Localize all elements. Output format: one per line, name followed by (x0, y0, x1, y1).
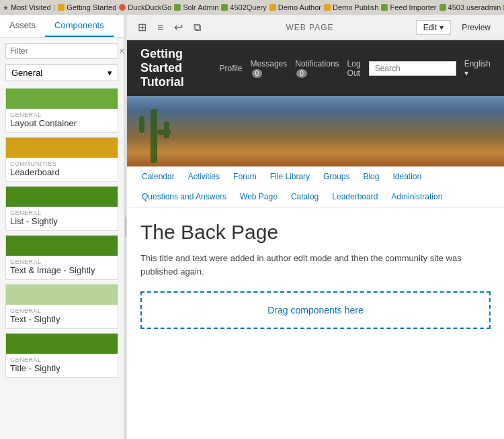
browser-tab-most-visited[interactable]: ★ Most Visited (3, 3, 51, 11)
sidebar-search-box: × (5, 43, 118, 59)
nav-profile[interactable]: Profile (220, 64, 243, 73)
component-item-leaderboard[interactable]: COMMUNITIES Leaderboard (5, 137, 118, 182)
browser-tab-solr[interactable]: Solr Admin (174, 3, 218, 11)
hero-image (127, 96, 504, 166)
hero-cactus-svg (127, 96, 181, 163)
svg-rect-2 (139, 116, 144, 133)
browser-tab-demo-publish[interactable]: Demo Publish (324, 3, 378, 11)
site-nav-right: Profile Messages 0 Notifications 0 Log O… (220, 59, 491, 78)
nav-calendar[interactable]: Calendar (135, 166, 181, 187)
tab-assets[interactable]: Assets (0, 15, 45, 37)
grid-icon[interactable]: ⊞ (135, 19, 149, 35)
edit-button[interactable]: Edit ▾ (416, 20, 452, 35)
sidebar-resize-handle[interactable] (124, 15, 127, 439)
component-category: COMMUNITIES (10, 160, 114, 167)
browser-tab-4503-user[interactable]: 4503 useradmin (439, 3, 501, 11)
nav-groups[interactable]: Groups (317, 166, 356, 187)
preview-button[interactable]: Preview (456, 21, 496, 34)
component-color-bar (6, 334, 118, 354)
page-description: This title and text were added in author… (140, 252, 491, 278)
component-color-bar (6, 89, 118, 109)
undo-icon[interactable]: ↩ (171, 19, 185, 35)
copy-icon[interactable]: ⧉ (191, 20, 204, 35)
chevron-down-icon: ▾ (464, 68, 468, 78)
nav-leaderboard[interactable]: Leaderboard (325, 187, 384, 207)
component-category: GENERAL (10, 111, 114, 118)
browser-tab-duckduckgo[interactable]: DuckDuckGo (119, 3, 171, 11)
nav-catalog[interactable]: Catalog (284, 187, 325, 207)
settings-icon[interactable]: ≡ (155, 20, 166, 35)
component-color-bar (6, 236, 118, 256)
sidebar-tabs: Assets Components (0, 15, 124, 38)
edit-label: Edit (423, 23, 437, 32)
component-color-bar (6, 138, 118, 158)
component-name: List - Sightly (10, 216, 114, 226)
web-preview: Getting Started Tutorial Profile Message… (127, 40, 504, 439)
nav-messages[interactable]: Messages 0 (251, 59, 288, 78)
nav-questions-answers[interactable]: Questions and Answers (135, 187, 233, 207)
component-list: GENERAL Layout Container COMMUNITIES Lea… (0, 84, 124, 439)
component-category: GENERAL (10, 258, 114, 265)
browser-tab-getting-started[interactable]: Getting Started (58, 3, 116, 11)
drop-zone[interactable]: Drag components here (140, 291, 491, 329)
component-category: GENERAL (10, 307, 114, 314)
nav-blog[interactable]: Blog (356, 166, 386, 187)
notifications-badge: 0 (296, 69, 307, 78)
nav-logout[interactable]: Log Out (347, 59, 361, 78)
filter-input[interactable] (6, 44, 115, 58)
nav-administration[interactable]: Administration (384, 187, 449, 207)
component-name: Leaderboard (10, 167, 114, 177)
nav-activities[interactable]: Activities (181, 166, 226, 187)
svg-rect-4 (164, 121, 169, 138)
svg-rect-0 (151, 109, 157, 163)
component-item-text[interactable]: GENERAL Text - Sightly (5, 284, 118, 329)
site-title: Getting Started Tutorial (140, 47, 220, 89)
nav-notifications[interactable]: Notifications 0 (295, 59, 339, 78)
component-name: Text - Sightly (10, 314, 114, 324)
page-title: The Back Page (140, 221, 491, 244)
browser-tab-4502[interactable]: 4502Query (221, 3, 266, 11)
component-item-list[interactable]: GENERAL List - Sightly (5, 186, 118, 231)
sidebar: Assets Components × General ▾ GENERAL La… (0, 15, 124, 439)
component-item-text-image[interactable]: GENERAL Text & Image - Sightly (5, 235, 118, 280)
browser-toolbar: ★ Most Visited | Getting Started DuckDuc… (0, 0, 504, 15)
chevron-down-icon: ▾ (108, 68, 112, 78)
component-category: GENERAL (10, 356, 114, 363)
chevron-down-icon: ▾ (439, 23, 444, 32)
site-header: Getting Started Tutorial Profile Message… (127, 40, 504, 96)
page-content: The Back Page This title and text were a… (127, 207, 504, 349)
component-name: Text & Image - Sightly (10, 265, 114, 275)
component-item-title[interactable]: GENERAL Title - Sightly (5, 333, 118, 378)
content-area: ⊞ ≡ ↩ ⧉ WEB PAGE Edit ▾ Preview Getting … (127, 15, 504, 439)
messages-badge: 0 (252, 69, 263, 78)
app-container: Assets Components × General ▾ GENERAL La… (0, 15, 504, 439)
nav-file-library[interactable]: File Library (263, 166, 317, 187)
dropdown-label: General (11, 68, 42, 78)
component-name: Title - Sightly (10, 363, 114, 373)
site-search-input[interactable] (369, 61, 456, 76)
component-color-bar (6, 187, 118, 207)
component-color-bar (6, 285, 118, 305)
top-toolbar: ⊞ ≡ ↩ ⧉ WEB PAGE Edit ▾ Preview (127, 15, 504, 40)
browser-tab-feed[interactable]: Feed Importer (381, 3, 436, 11)
language-selector[interactable]: English ▾ (464, 59, 491, 78)
browser-tab-demo-author[interactable]: Demo Author (269, 3, 321, 11)
nav-forum[interactable]: Forum (226, 166, 263, 187)
tab-components[interactable]: Components (45, 15, 114, 37)
component-category: GENERAL (10, 209, 114, 216)
component-item-layout[interactable]: GENERAL Layout Container (5, 88, 118, 133)
toolbar-page-label: WEB PAGE (209, 23, 410, 32)
nav-menu: Calendar Activities Forum File Library G… (127, 166, 504, 207)
nav-ideation[interactable]: Ideation (386, 166, 428, 187)
category-dropdown[interactable]: General ▾ (5, 64, 118, 81)
nav-web-page[interactable]: Web Page (233, 187, 284, 207)
component-name: Layout Container (10, 118, 114, 128)
